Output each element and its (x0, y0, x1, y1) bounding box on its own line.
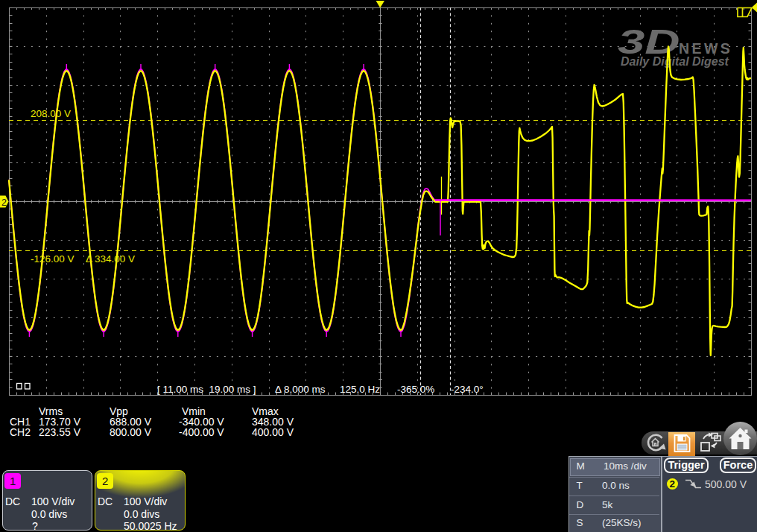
svg-text:125.0 Hz: 125.0 Hz (340, 384, 380, 395)
svg-text:Δ 8.000 ms: Δ 8.000 ms (275, 384, 326, 395)
svg-text:Δ 334.00 V: Δ 334.00 V (86, 253, 135, 265)
svg-text:-126.00 V: -126.00 V (31, 253, 75, 265)
svg-text:2: 2 (1, 197, 7, 208)
svg-text:[ 11.00 ms 19.00 ms ]: [ 11.00 ms 19.00 ms ] (157, 384, 256, 395)
svg-text:208.00 V: 208.00 V (31, 108, 71, 119)
svg-text:-365.0%: -365.0% (397, 384, 434, 395)
svg-text:-234.0°: -234.0° (451, 384, 484, 395)
svg-text:Daily Digital Digest: Daily Digital Digest (621, 55, 729, 68)
